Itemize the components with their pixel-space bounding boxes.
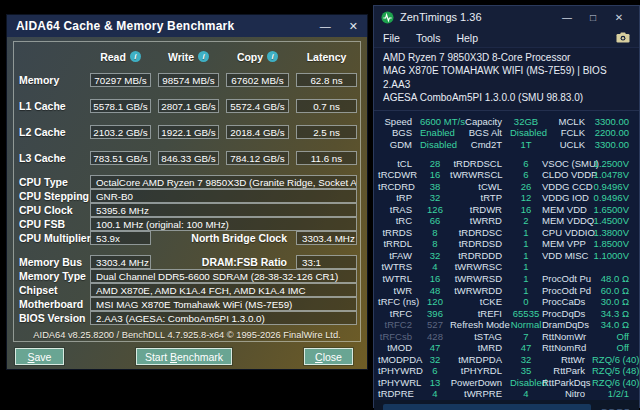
close-button[interactable]: Close — [304, 348, 353, 365]
write-header: Write i — [158, 51, 219, 63]
info-value-box: 2.AA3 (AGESA: ComboAm5PI 1.3.0.0) — [90, 311, 357, 325]
menu-item-tools[interactable]: Tools — [416, 32, 441, 44]
timing-value: 1.8500V — [592, 238, 629, 249]
timing-value: 1.4500V — [592, 215, 629, 226]
timings-row: tWTRL16tWRWRSD1ProcOdt Pu48.0 Ω — [378, 273, 629, 285]
bench-row-label: L2 Cache — [19, 126, 83, 138]
copy-label: Copy — [237, 51, 263, 63]
timing-label: ProcOdt Pd — [542, 285, 592, 296]
timing-value: 12 — [510, 192, 542, 203]
info-row-label: BIOS Version — [19, 312, 83, 324]
bench-value-box: 2807.1 GB/s — [158, 99, 219, 113]
info-value-box: Dual Channel DDR5-6600 SDRAM (28-38-32-1… — [90, 269, 357, 283]
minimize-icon[interactable]: — — [320, 20, 331, 33]
info-value-box: AMD X870E, AMD K1A.4 FCH, AMD K1A.4 IMC — [90, 283, 357, 297]
system-info-line: AGESA ComboAm5PI 1.3.0.0 (SMU 98.83.0) — [383, 91, 630, 104]
zt-info-panel: AMD Ryzen 7 9850X3D 8-Core ProcessorMAG … — [374, 47, 639, 111]
aida64-titlebar[interactable]: AIDA64 Cache & Memory Benchmark — ✕ — [7, 15, 367, 37]
info-row-label: Motherboard — [19, 298, 83, 310]
timings-row: tCL28tRDRDSCL6VSOC (SMU)1.2500V — [378, 157, 629, 169]
timing-label: Speed — [378, 116, 420, 127]
timing-value: 6 — [510, 169, 542, 180]
zentimings-titlebar[interactable]: ZenTimings 1.36 — □ ✕ — [374, 6, 639, 28]
timing-value: 1 — [510, 238, 542, 249]
start-benchmark-button[interactable]: Start Benchmark — [136, 348, 232, 365]
timing-label: tWRPRE — [450, 388, 510, 399]
timing-value: 0.9496V — [592, 192, 629, 203]
aida64-bench-rows: Memory70297 MB/s98574 MB/s67602 MB/s62.8… — [19, 67, 355, 171]
timing-label: CLDO VDDP — [542, 169, 592, 180]
timing-label: CPU VDDIO — [542, 227, 592, 238]
timing-value: 1.2500V — [592, 158, 629, 169]
menu-item-help[interactable]: Help — [456, 32, 478, 44]
maximize-icon[interactable]: □ — [580, 12, 606, 23]
timing-label: Nitro — [542, 388, 592, 399]
timings-row: tRCDRD38tCWL26VDDG CCD0.9496V — [378, 180, 629, 192]
dimm-select[interactable]: A2: CMH32GX5M2B6400Z30 (16GB, SR) ▼ — [383, 404, 591, 410]
timing-label: tCWL — [450, 181, 510, 192]
timing-label: Refresh Mode — [450, 319, 510, 330]
timing-label: tWRWRDD — [450, 285, 510, 296]
info-row: MotherboardMSI MAG X870E Tomahawk WiFi (… — [19, 297, 355, 311]
timing-value: 16 — [510, 204, 542, 215]
memory-bus-label: Memory Bus — [19, 256, 83, 268]
timing-label: Cmd2T — [450, 139, 510, 150]
timing-value: 1.1000V — [592, 250, 629, 261]
menu-item-file[interactable]: File — [383, 32, 400, 44]
screenshot-camera-button[interactable] — [616, 32, 630, 43]
timing-value: 1.6500V — [592, 204, 629, 215]
info-icon[interactable]: i — [198, 51, 209, 62]
timing-label: FCLK — [542, 127, 592, 138]
timing-label: tRDWR — [450, 204, 510, 215]
bench-row-label: Memory — [19, 74, 83, 86]
info-icon[interactable]: i — [130, 51, 141, 62]
close-icon[interactable]: ✕ — [606, 12, 632, 23]
timing-value: 16 — [420, 169, 450, 180]
zentimings-window: ZenTimings 1.36 — □ ✕ FileToolsHelp AMD … — [373, 5, 640, 408]
timing-value: 34.3 Ω — [592, 308, 629, 319]
bench-value-box: 0.7 ns — [296, 99, 357, 113]
cpu-multiplier-value-box: 53.9x — [90, 231, 151, 245]
timing-label: RttParkDqs — [542, 377, 592, 388]
timing-label: PowerDown — [450, 377, 510, 388]
timings-row: tRCDWR16tWRWRSCL6CLDO VDDP1.0478V — [378, 169, 629, 181]
save-button[interactable]: Save — [15, 348, 64, 365]
bench-row: L1 Cache5578.1 GB/s2807.1 GB/s5572.4 GB/… — [19, 93, 355, 119]
info-row: CPU FSB100.1 MHz (original: 100 MHz) — [19, 217, 355, 231]
info-value-box: MSI MAG X870E Tomahawk WiFi (MS-7E59) — [90, 297, 357, 311]
timing-value: 32 — [420, 192, 450, 203]
aida64-cpu-rows: CPU TypeOctalCore AMD Ryzen 7 9850X3D (G… — [19, 175, 355, 231]
close-icon[interactable]: ✕ — [349, 20, 358, 33]
timing-value: 1 — [510, 273, 542, 284]
timing-label: ProcOdt Pu — [542, 273, 592, 284]
timings-row: tWR48tWRWRDD1ProcOdt Pd60.0 Ω — [378, 284, 629, 296]
timing-value: 4 — [420, 388, 450, 399]
info-row: CPU SteppingGNR-B0 — [19, 189, 355, 203]
system-info-line: MAG X870E TOMAHAWK WIFI (MS-7E59) | BIOS… — [383, 64, 630, 91]
bench-value-box: 67602 MB/s — [226, 73, 289, 87]
info-row-label: CPU FSB — [19, 218, 83, 230]
timing-value: Off — [592, 342, 629, 353]
timing-value: 32 — [510, 354, 542, 365]
info-icon[interactable]: i — [267, 51, 278, 62]
info-row: CPU Clock5395.6 MHz — [19, 203, 355, 217]
timing-label: tRDRDSC — [450, 227, 510, 238]
timing-label: tRDRDSCL — [450, 158, 510, 169]
timings-row: tPHYWRD6tPHYRDL35RttParkRZQ/5 (48) — [378, 365, 629, 377]
timing-value: 4 — [420, 261, 450, 272]
timing-label: tRTP — [450, 192, 510, 203]
timing-value: 30.0 Ω — [592, 296, 629, 307]
timings-row: tRRDL8tRDRDSD1MEM VPP1.8500V — [378, 238, 629, 250]
timing-value: 396 — [420, 308, 450, 319]
camera-icon — [616, 32, 630, 43]
minimize-icon[interactable]: — — [554, 12, 580, 23]
timing-value: 32 — [420, 354, 450, 365]
timing-value: 3300.00 — [592, 116, 629, 127]
timing-label: tCKE — [450, 296, 510, 307]
bench-value-box: 1922.1 GB/s — [158, 125, 219, 139]
timing-value: 8 — [420, 238, 450, 249]
north-bridge-clock-value-box: 3303.4 MHz — [296, 231, 357, 245]
timing-label: tWRWRSD — [450, 273, 510, 284]
aida64-board-rows: Memory TypeDual Channel DDR5-6600 SDRAM … — [19, 269, 355, 325]
timing-value: 2200.00 — [592, 127, 629, 138]
